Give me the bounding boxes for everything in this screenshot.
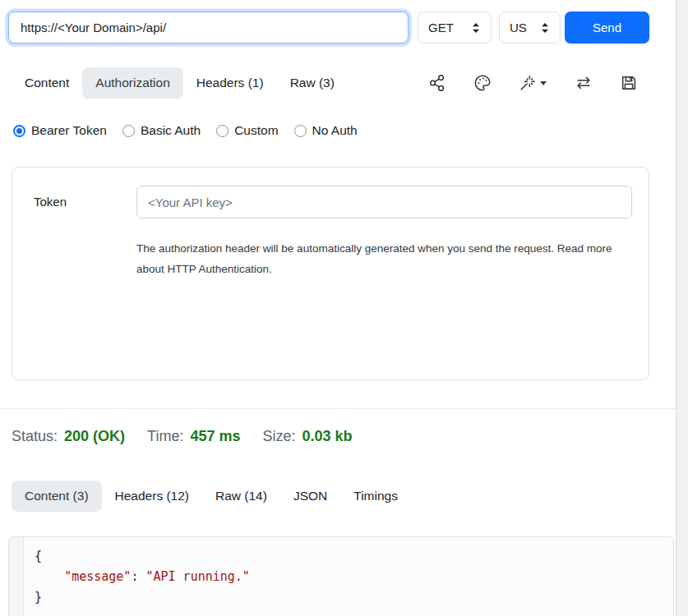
bearer-token-panel: Token The authorization header will be a… xyxy=(12,167,649,380)
tab-response-raw[interactable]: Raw (14) xyxy=(202,480,280,512)
radio-no-auth[interactable]: No Auth xyxy=(294,123,358,138)
tab-response-timings[interactable]: Timings xyxy=(340,480,411,512)
share-icon[interactable] xyxy=(428,74,446,92)
tab-response-json[interactable]: JSON xyxy=(280,480,340,512)
send-button[interactable]: Send xyxy=(565,11,649,44)
content-right-rail xyxy=(676,0,688,616)
code-line: } xyxy=(35,587,673,608)
response-tabs: Content (3) Headers (12) Raw (14) JSON T… xyxy=(12,480,411,512)
response-status-bar: Status: 200 (OK) Time: 457 ms Size: 0.03… xyxy=(12,428,353,445)
tab-authorization[interactable]: Authorization xyxy=(82,67,182,99)
exchange-icon[interactable] xyxy=(575,74,593,92)
token-help-text: The authorization header will be automat… xyxy=(136,238,630,279)
radio-bearer-token[interactable]: Bearer Token xyxy=(13,123,107,138)
magic-wand-icon xyxy=(519,74,537,92)
radio-unselected-icon xyxy=(294,125,307,137)
code-line: { xyxy=(35,546,673,567)
updown-arrows-icon xyxy=(540,22,550,34)
radio-unselected-icon xyxy=(216,125,229,137)
tab-raw[interactable]: Raw (3) xyxy=(277,67,348,99)
method-select-value: GET xyxy=(428,21,454,34)
response-size: Size: 0.03 kb xyxy=(262,428,352,445)
request-bar: GET US Send xyxy=(8,11,649,44)
chevron-down-icon xyxy=(539,79,547,87)
updown-arrows-icon xyxy=(471,22,481,34)
radio-selected-icon xyxy=(13,125,25,137)
token-input[interactable] xyxy=(136,186,632,218)
region-select[interactable]: US xyxy=(499,11,561,44)
tab-content[interactable]: Content xyxy=(12,67,82,99)
radio-custom[interactable]: Custom xyxy=(216,123,278,138)
magic-wand-dropdown[interactable] xyxy=(519,74,547,92)
url-input[interactable] xyxy=(8,11,409,44)
code-line: "message": "API running." xyxy=(35,567,673,587)
tab-response-content[interactable]: Content (3) xyxy=(12,480,102,512)
section-divider xyxy=(0,408,676,409)
response-time: Time: 457 ms xyxy=(147,428,240,445)
palette-icon[interactable] xyxy=(473,74,492,92)
region-select-value: US xyxy=(510,21,527,34)
tab-headers[interactable]: Headers (1) xyxy=(183,67,277,99)
token-label: Token xyxy=(34,186,67,218)
code-gutter xyxy=(9,537,24,616)
radio-basic-auth[interactable]: Basic Auth xyxy=(122,123,201,138)
status-code: Status: 200 (OK) xyxy=(12,428,125,445)
request-tabs: Content Authorization Headers (1) Raw (3… xyxy=(12,67,664,99)
api-client-page: GET US Send Content Authorization Header… xyxy=(0,0,688,616)
method-select[interactable]: GET xyxy=(418,11,492,44)
toolbar-icons xyxy=(428,74,638,92)
radio-unselected-icon xyxy=(122,125,135,137)
save-icon[interactable] xyxy=(620,74,638,92)
auth-type-options: Bearer Token Basic Auth Custom No Auth xyxy=(13,123,358,138)
response-body-viewer[interactable]: { "message": "API running." } xyxy=(8,536,674,616)
response-json-code: { "message": "API running." } xyxy=(24,537,673,616)
tab-response-headers[interactable]: Headers (12) xyxy=(102,480,202,512)
